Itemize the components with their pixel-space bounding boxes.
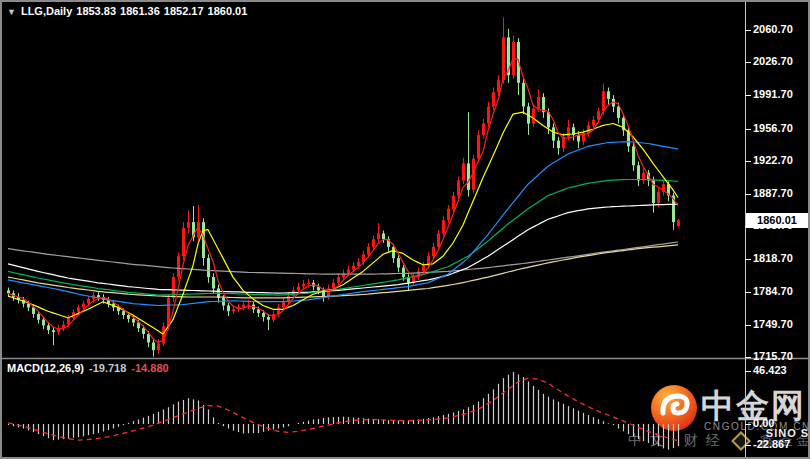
- chevron-down-icon[interactable]: ▼: [7, 7, 16, 17]
- macd-signal-line: [8, 378, 678, 441]
- current-price-tag: 1860.01: [746, 213, 808, 228]
- symbol-timeframe-label: LLG,Daily: [21, 5, 72, 17]
- close-value: 1860.01: [208, 5, 248, 17]
- price-axis-label: 1818.70: [753, 252, 793, 264]
- macd-axis-label: 46.423: [753, 364, 787, 376]
- price-axis-label: 1991.70: [753, 88, 793, 100]
- open-value: 1853.83: [76, 5, 116, 17]
- macd-axis-label: 0.00: [753, 417, 774, 429]
- price-axis-label: 2060.70: [753, 23, 793, 35]
- price-axis-label: 1956.70: [753, 122, 793, 134]
- price-axis-label: 1715.70: [753, 350, 793, 362]
- macd-signal-value: -14.880: [131, 362, 168, 374]
- macd-name: MACD(12,26,9): [7, 362, 84, 374]
- low-value: 1852.17: [164, 5, 204, 17]
- current-price-value: 1860.01: [757, 214, 797, 226]
- chart-title: ▼LLG,Daily1853.831861.361852.171860.01: [7, 5, 251, 17]
- price-axis-label: 2026.70: [753, 55, 793, 67]
- chart-window: 中金网 CNGOLD.COM.CN 中文 财经 鑫圣金业集团 SINO SOUN…: [0, 0, 810, 459]
- high-value: 1861.36: [120, 5, 160, 17]
- price-axis-label: 1784.70: [753, 285, 793, 297]
- macd-indicator-label: MACD(12,26,9)-19.718-14.880: [7, 362, 169, 374]
- price-axis-label: 1749.70: [753, 318, 793, 330]
- macd-axis-label: -22.867: [753, 438, 790, 450]
- ma-grey: [8, 242, 678, 274]
- macd-main-value: -19.718: [89, 362, 126, 374]
- price-chart[interactable]: [0, 0, 810, 459]
- price-axis-label: 1887.70: [753, 187, 793, 199]
- price-axis-label: 1922.70: [753, 154, 793, 166]
- ma-red-fast: [8, 59, 678, 343]
